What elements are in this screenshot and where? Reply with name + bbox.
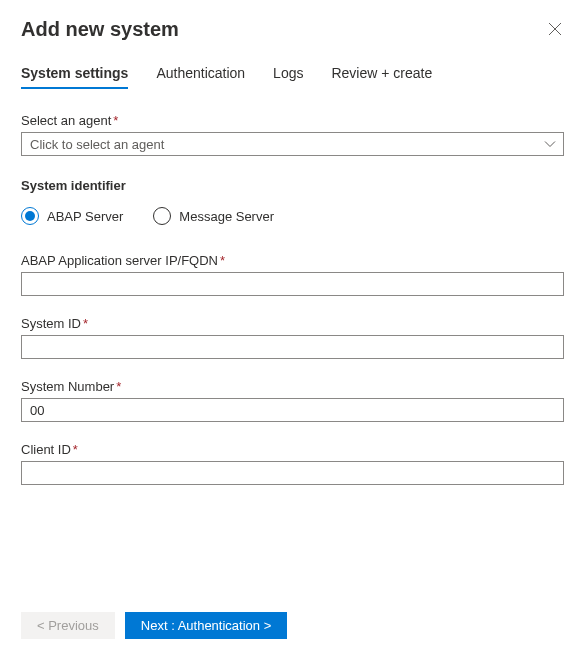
tab-authentication[interactable]: Authentication — [156, 65, 245, 89]
client-id-input[interactable] — [21, 461, 564, 485]
system-id-label: System ID* — [21, 316, 564, 331]
tab-review-create[interactable]: Review + create — [331, 65, 432, 89]
system-number-input[interactable] — [21, 398, 564, 422]
radio-icon — [21, 207, 39, 225]
select-agent-placeholder: Click to select an agent — [30, 137, 164, 152]
tab-system-settings[interactable]: System settings — [21, 65, 128, 89]
radio-message-server[interactable]: Message Server — [153, 207, 274, 225]
system-number-label: System Number* — [21, 379, 564, 394]
system-id-input[interactable] — [21, 335, 564, 359]
footer-buttons: < Previous Next : Authentication > — [21, 612, 287, 639]
system-identifier-radio-group: ABAP Server Message Server — [21, 207, 564, 225]
system-identifier-heading: System identifier — [21, 178, 564, 193]
radio-abap-label: ABAP Server — [47, 209, 123, 224]
tab-bar: System settings Authentication Logs Revi… — [21, 65, 564, 89]
client-id-label: Client ID* — [21, 442, 564, 457]
next-button[interactable]: Next : Authentication > — [125, 612, 287, 639]
abap-server-label: ABAP Application server IP/FQDN* — [21, 253, 564, 268]
select-agent-label: Select an agent* — [21, 113, 564, 128]
previous-button: < Previous — [21, 612, 115, 639]
close-icon[interactable] — [548, 22, 564, 38]
page-title: Add new system — [21, 18, 179, 41]
select-agent-dropdown[interactable]: Click to select an agent — [21, 132, 564, 156]
tab-logs[interactable]: Logs — [273, 65, 303, 89]
radio-icon — [153, 207, 171, 225]
radio-message-label: Message Server — [179, 209, 274, 224]
radio-abap-server[interactable]: ABAP Server — [21, 207, 123, 225]
abap-server-input[interactable] — [21, 272, 564, 296]
